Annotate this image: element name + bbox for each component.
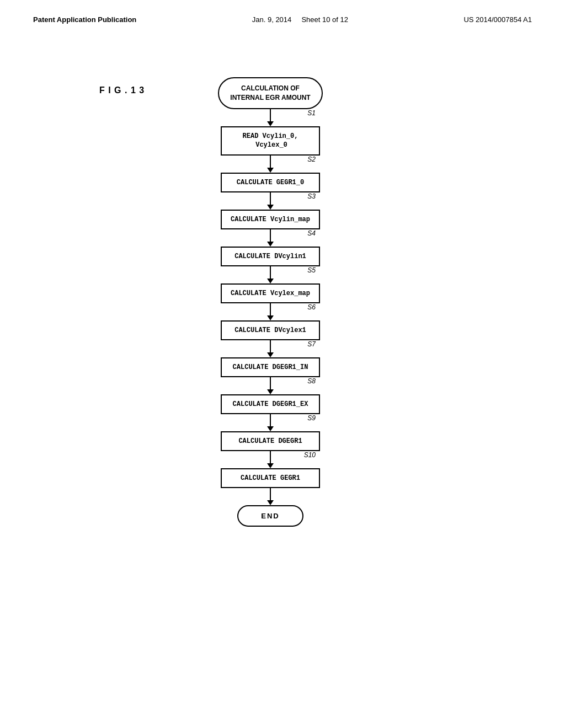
arrow-s1: S1 [215,109,326,126]
step-label-s4: S4 [307,229,316,237]
step-s7: CALCULATE DGEGR1_IN [221,357,320,377]
arrow-s7: S7 [215,340,326,357]
step-label-s9: S9 [307,414,316,422]
step-label-s7: S7 [307,340,316,348]
arrow-s10: S10 [215,451,326,468]
step-s9: CALCULATE DGEGR1 [221,431,320,451]
step-s1: READ Vcylin_0,Vcylex_0 [221,126,320,156]
publication-label: Patent Application Publication [33,15,136,24]
arrow-s3: S3 [215,192,326,210]
step-label-s5: S5 [307,266,316,274]
step-s6: CALCULATE DVcylex1 [221,320,320,340]
step-s10: CALCULATE GEGR1 [221,468,320,488]
flowchart-end: END [237,505,303,527]
flowchart: CALCULATION OF INTERNAL EGR AMOUNT S1 RE… [215,77,326,527]
arrow-s8: S8 [215,377,326,394]
step-s5: CALCULATE Vcylex_map [221,283,320,303]
step-s3: CALCULATE Vcylin_map [221,210,320,229]
arrow-end [215,488,326,505]
date-sheet: Jan. 9, 2014 Sheet 10 of 12 [252,15,348,24]
arrow-s4: S4 [215,229,326,247]
flowchart-start: CALCULATION OF INTERNAL EGR AMOUNT [218,77,322,109]
arrow-s9: S9 [215,414,326,431]
step-label-s1: S1 [307,109,316,117]
step-label-s6: S6 [307,303,316,311]
step-label-s2: S2 [307,156,316,163]
arrow-s2: S2 [215,156,326,173]
step-label-s8: S8 [307,377,316,385]
figure-label: F I G . 1 3 [99,85,145,95]
patent-number: US 2014/0007854 A1 [463,15,532,24]
step-label-s3: S3 [307,192,316,200]
page-header: Patent Application Publication Jan. 9, 2… [0,0,565,24]
arrow-s6: S6 [215,303,326,320]
step-s4: CALCULATE DVcylin1 [221,247,320,266]
step-s8: CALCULATE DGEGR1_EX [221,394,320,414]
arrow-s5: S5 [215,266,326,283]
step-label-s10: S10 [304,451,316,459]
step-s2: CALCULATE GEGR1_0 [221,173,320,192]
